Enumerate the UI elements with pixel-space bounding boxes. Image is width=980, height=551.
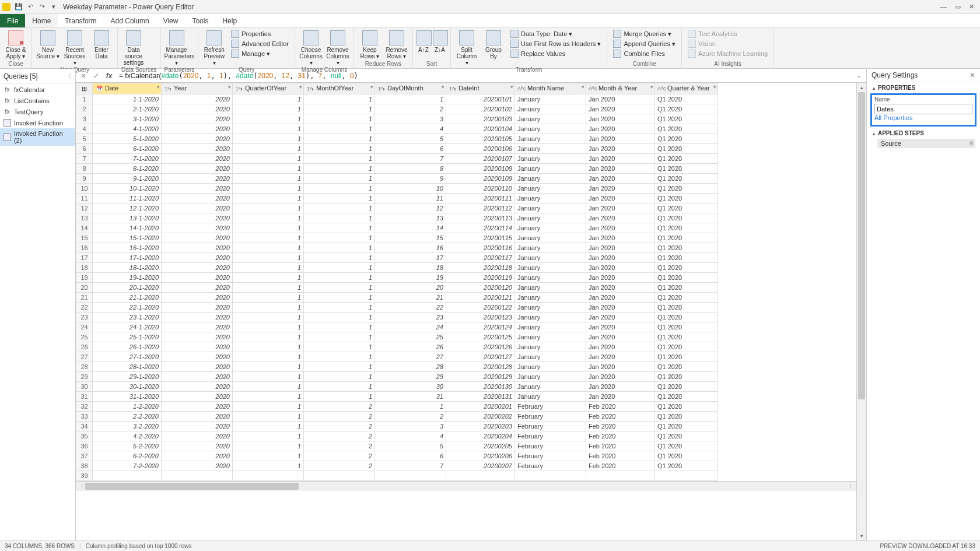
row-number[interactable]: 18: [76, 263, 93, 273]
cell[interactable]: 5: [375, 134, 446, 144]
cell[interactable]: 20200130: [446, 382, 515, 392]
column-header-year[interactable]: 1²₃Year▾: [162, 83, 233, 94]
cell[interactable]: 20200121: [446, 293, 515, 303]
cell[interactable]: 20200109: [446, 174, 515, 184]
cell[interactable]: 1: [233, 243, 304, 253]
cell[interactable]: 20200112: [446, 203, 515, 213]
cell[interactable]: February: [515, 431, 586, 441]
cell[interactable]: 1: [233, 461, 304, 471]
cell[interactable]: 5-1-2020: [93, 134, 162, 144]
column-header-month-name[interactable]: AᴮcMonth Name▾: [515, 83, 586, 94]
cell[interactable]: 3: [375, 114, 446, 124]
cell[interactable]: 2-2-2020: [93, 412, 162, 422]
cell[interactable]: 1: [304, 203, 375, 213]
remove-rows[interactable]: RemoveRows ▾: [384, 29, 409, 59]
cell[interactable]: February: [515, 461, 586, 471]
cell[interactable]: 1: [233, 184, 304, 194]
tab-transform[interactable]: Transform: [58, 14, 103, 27]
cell[interactable]: 20200111: [446, 194, 515, 203]
row-number[interactable]: 37: [76, 451, 93, 461]
data-type[interactable]: Data Type: Date ▾: [508, 29, 603, 38]
formula-accept-icon[interactable]: ✓: [91, 72, 102, 80]
cell[interactable]: January: [515, 223, 586, 233]
cell[interactable]: 2020: [162, 223, 233, 233]
row-number[interactable]: 7: [76, 154, 93, 164]
cell[interactable]: 2020: [162, 124, 233, 134]
new-source[interactable]: NewSource ▾: [36, 29, 60, 59]
row-number[interactable]: 15: [76, 233, 93, 243]
row-number[interactable]: 20: [76, 283, 93, 293]
vertical-scrollbar[interactable]: ▴ ▾: [856, 83, 866, 541]
cell[interactable]: 1: [233, 124, 304, 134]
query-item-fxcalendar[interactable]: fxfxCalendar: [0, 84, 75, 95]
cell[interactable]: Q1 2020: [655, 134, 718, 144]
cell[interactable]: 2020: [162, 362, 233, 372]
cell[interactable]: Jan 2020: [586, 283, 655, 293]
cell[interactable]: 20200108: [446, 164, 515, 174]
cell[interactable]: 4-2-2020: [93, 431, 162, 441]
cell[interactable]: 20200128: [446, 362, 515, 372]
cell[interactable]: Jan 2020: [586, 322, 655, 332]
cell[interactable]: 26: [375, 342, 446, 352]
cell[interactable]: 8: [375, 164, 446, 174]
cell[interactable]: 1: [233, 422, 304, 431]
cell[interactable]: February: [515, 402, 586, 412]
cell[interactable]: Jan 2020: [586, 124, 655, 134]
cell[interactable]: January: [515, 243, 586, 253]
cell[interactable]: 1: [233, 194, 304, 203]
cell[interactable]: Jan 2020: [586, 372, 655, 382]
cell[interactable]: 2: [304, 441, 375, 451]
cell[interactable]: Jan 2020: [586, 253, 655, 263]
cell[interactable]: 20200110: [446, 184, 515, 194]
cell[interactable]: 1: [304, 174, 375, 184]
cell[interactable]: 1: [304, 263, 375, 273]
tab-tools[interactable]: Tools: [185, 14, 215, 27]
column-filter-icon[interactable]: ▾: [299, 84, 302, 90]
sort-desc[interactable]: Z↓A: [433, 29, 447, 53]
row-number[interactable]: 27: [76, 352, 93, 362]
cell[interactable]: Jan 2020: [586, 342, 655, 352]
split-column[interactable]: SplitColumn ▾: [454, 29, 479, 66]
cell[interactable]: Q1 2020: [655, 263, 718, 273]
cell[interactable]: 2020: [162, 441, 233, 451]
tab-home[interactable]: Home: [25, 14, 58, 27]
cell[interactable]: 8-1-2020: [93, 164, 162, 174]
cell[interactable]: 20200204: [446, 431, 515, 441]
cell[interactable]: 1: [375, 94, 446, 104]
cell[interactable]: 20200122: [446, 303, 515, 313]
cell[interactable]: [162, 471, 233, 481]
cell[interactable]: Jan 2020: [586, 134, 655, 144]
cell[interactable]: January: [515, 322, 586, 332]
tab-add-column[interactable]: Add Column: [104, 14, 156, 27]
query-item-listcontains[interactable]: fxListContains: [0, 95, 75, 106]
cell[interactable]: 2020: [162, 184, 233, 194]
cell[interactable]: 20200207: [446, 461, 515, 471]
cell[interactable]: 30-1-2020: [93, 382, 162, 392]
scroll-right-icon[interactable]: 〉: [847, 483, 856, 490]
cell[interactable]: Q1 2020: [655, 203, 718, 213]
cell[interactable]: 7: [375, 461, 446, 471]
cell[interactable]: 2020: [162, 402, 233, 412]
cell[interactable]: Q1 2020: [655, 253, 718, 263]
cell[interactable]: February: [515, 451, 586, 461]
cell[interactable]: Jan 2020: [586, 233, 655, 243]
row-number[interactable]: 4: [76, 124, 93, 134]
cell[interactable]: 6-1-2020: [93, 144, 162, 154]
cell[interactable]: 2: [304, 451, 375, 461]
column-header-dateint[interactable]: 1²₃DateInt▾: [446, 83, 515, 94]
cell[interactable]: January: [515, 362, 586, 372]
cell[interactable]: 1: [233, 94, 304, 104]
replace-values[interactable]: Replace Values: [508, 49, 603, 58]
all-properties-link[interactable]: All Properties: [874, 114, 972, 121]
cell[interactable]: 2020: [162, 194, 233, 203]
cell[interactable]: January: [515, 253, 586, 263]
cell[interactable]: 21-1-2020: [93, 293, 162, 303]
cell[interactable]: 1: [233, 342, 304, 352]
cell[interactable]: 1: [304, 283, 375, 293]
cell[interactable]: 20200123: [446, 313, 515, 322]
cell[interactable]: 2020: [162, 273, 233, 283]
cell[interactable]: Jan 2020: [586, 104, 655, 114]
cell[interactable]: 24: [375, 322, 446, 332]
cell[interactable]: [655, 471, 718, 481]
cell[interactable]: Q1 2020: [655, 243, 718, 253]
